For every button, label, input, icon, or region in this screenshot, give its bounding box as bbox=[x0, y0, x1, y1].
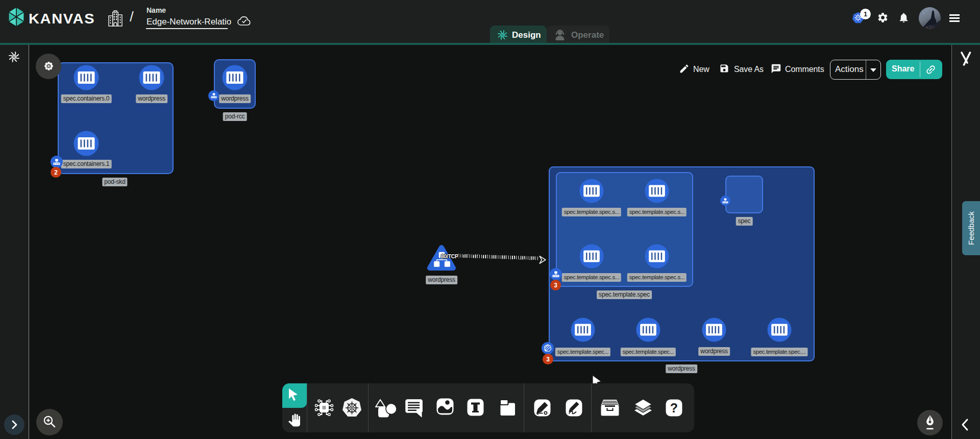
svg-text:?: ? bbox=[670, 401, 678, 415]
